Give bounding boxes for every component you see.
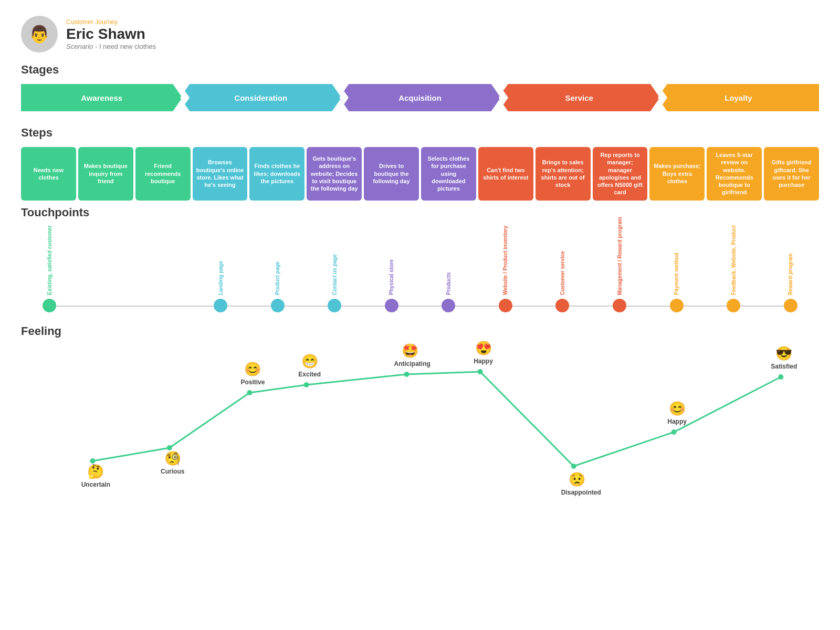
- step-box-10: Rep reports to manager; manager apologis…: [593, 147, 648, 201]
- feeling-label-0: 🤔Uncertain: [80, 464, 111, 488]
- feeling-emoji-3: 😁: [294, 353, 326, 370]
- touchpoints-labels: Existing, satisfied customerLanding page…: [21, 227, 819, 295]
- stages-title: Stages: [21, 63, 819, 77]
- person-name: Eric Shawn: [66, 26, 156, 43]
- feeling-label-2: 😊Positive: [237, 361, 268, 386]
- tp-dot-col-5: [306, 299, 363, 312]
- feeling-dot-5: [478, 369, 483, 374]
- tp-dot-col-9: [534, 299, 591, 312]
- steps-section: Steps Needs new clothesMakes boutique in…: [21, 126, 819, 201]
- tp-label-col-0: Existing, satisfied customer: [21, 227, 78, 295]
- tp-dot-col-6: [363, 299, 420, 312]
- tp-label-9: Customer service: [560, 227, 565, 295]
- tp-dot-6: [385, 299, 398, 312]
- feeling-label-8: 😎Satisfied: [768, 345, 800, 370]
- tp-label-col-1: [78, 227, 135, 295]
- tp-label-5: Contact us page: [332, 227, 338, 295]
- tp-dot-8: [499, 299, 512, 312]
- feeling-text-3: Excited: [294, 371, 326, 378]
- tp-label-8: Website / Product inventory: [502, 227, 508, 295]
- tp-label-3: Landing page: [218, 227, 224, 295]
- feeling-label-4: 🤩Anticipating: [394, 343, 426, 368]
- step-box-4: Finds clothes he likes; downloads the pi…: [249, 147, 304, 201]
- tp-label-col-2: [135, 227, 192, 295]
- feeling-emoji-0: 🤔: [80, 464, 111, 480]
- step-box-3: Browses boutique's online store. Likes w…: [193, 147, 248, 201]
- tp-dot-4: [271, 299, 285, 312]
- stage-item-service: Service: [499, 84, 660, 111]
- feeling-text-6: Disappointed: [561, 489, 593, 496]
- step-box-8: Can't find two shirts of interest: [478, 147, 533, 201]
- tp-label-col-10: Management / Reward program: [591, 227, 648, 295]
- tp-label-col-7: Products: [420, 227, 477, 295]
- tp-label-11: Payment method: [674, 227, 679, 295]
- tp-label-col-9: Customer service: [534, 227, 591, 295]
- header: 👨 Customer Journey Eric Shawn Scenario -…: [21, 16, 819, 52]
- feeling-emoji-1: 🧐: [157, 450, 188, 467]
- step-box-12: Leaves 5-star review on website. Recomme…: [707, 147, 762, 201]
- tp-label-col-3: Landing page: [192, 227, 249, 295]
- tp-dot-7: [442, 299, 455, 312]
- feeling-text-1: Curious: [157, 468, 188, 475]
- tp-label-col-12: Feedback, Website, Product: [705, 227, 762, 295]
- touchpoints-section: Touchpoints Existing, satisfied customer…: [21, 206, 819, 316]
- avatar: 👨: [21, 16, 58, 52]
- tp-label-col-11: Payment method: [648, 227, 705, 295]
- step-box-2: Friend recommends boutique: [135, 147, 191, 201]
- feeling-emoji-6: 😟: [561, 471, 593, 488]
- tp-label-col-13: Reward program: [762, 227, 820, 295]
- tp-dot-col-8: [477, 299, 534, 312]
- feeling-dot-0: [90, 458, 95, 464]
- feeling-emoji-2: 😊: [237, 361, 268, 377]
- scenario-label: Scenario: [66, 43, 93, 50]
- steps-row: Needs new clothesMakes boutique inquiry …: [21, 147, 819, 201]
- tp-label-0: Existing, satisfied customer: [47, 227, 52, 295]
- step-box-5: Gets boutique's address on website; Deci…: [307, 147, 362, 201]
- stage-item-consideration: Consideration: [180, 84, 341, 111]
- tp-dot-12: [727, 299, 740, 312]
- feeling-emoji-5: 😍: [468, 340, 499, 356]
- feeling-dot-8: [778, 374, 783, 380]
- feeling-svg: [21, 345, 819, 513]
- steps-title: Steps: [21, 126, 819, 140]
- tp-label-13: Reward program: [788, 227, 793, 295]
- feeling-text-2: Positive: [237, 379, 268, 386]
- feeling-dot-2: [247, 390, 252, 395]
- feeling-dot-6: [571, 464, 576, 469]
- feeling-label-3: 😁Excited: [294, 353, 326, 378]
- step-box-9: Brings to sales rep's attention; shirts …: [536, 147, 591, 201]
- tp-label-10: Management / Reward program: [617, 227, 623, 295]
- feeling-dot-1: [167, 445, 172, 450]
- tp-label-col-8: Website / Product inventory: [477, 227, 534, 295]
- tp-dot-13: [784, 299, 797, 312]
- tp-dot-11: [670, 299, 684, 312]
- page-container: 👨 Customer Journey Eric Shawn Scenario -…: [0, 0, 840, 529]
- feeling-text-5: Happy: [468, 358, 499, 365]
- step-box-1: Makes boutique inquiry from friend: [78, 147, 133, 201]
- stages-section: Stages AwarenessConsiderationAcquisition…: [21, 63, 819, 111]
- touchpoints-title: Touchpoints: [21, 206, 819, 219]
- tp-dot-col-4: [249, 299, 306, 312]
- tp-dot-col-13: [762, 299, 820, 312]
- step-box-6: Drives to boutique the following day: [364, 147, 419, 201]
- tp-label-4: Product page: [275, 227, 280, 295]
- tp-dot-col-3: [192, 299, 249, 312]
- feeling-text-0: Uncertain: [80, 481, 111, 488]
- tp-label-col-5: Contact us page: [306, 227, 363, 295]
- tp-label-6: Physical store: [388, 227, 394, 295]
- feeling-title: Feeling: [21, 324, 819, 338]
- feeling-text-8: Satisfied: [768, 363, 800, 370]
- header-text: Customer Journey Eric Shawn Scenario - I…: [66, 18, 156, 50]
- step-box-11: Makes purchase; Buys extra clothes: [649, 147, 705, 201]
- scenario-value: I need new clothes: [99, 43, 156, 50]
- feeling-text-4: Anticipating: [394, 360, 426, 368]
- scenario-text: Scenario - I need new clothes: [66, 43, 156, 50]
- feeling-dot-4: [404, 372, 410, 377]
- tp-label-7: Products: [446, 227, 452, 295]
- stages-bar: AwarenessConsiderationAcquisitionService…: [21, 84, 819, 111]
- stage-item-awareness: Awareness: [21, 84, 182, 111]
- tp-dot-3: [214, 299, 227, 312]
- tp-dot-0: [43, 299, 56, 312]
- feeling-label-1: 🧐Curious: [157, 450, 188, 475]
- touchpoints-dots-row: [21, 295, 819, 316]
